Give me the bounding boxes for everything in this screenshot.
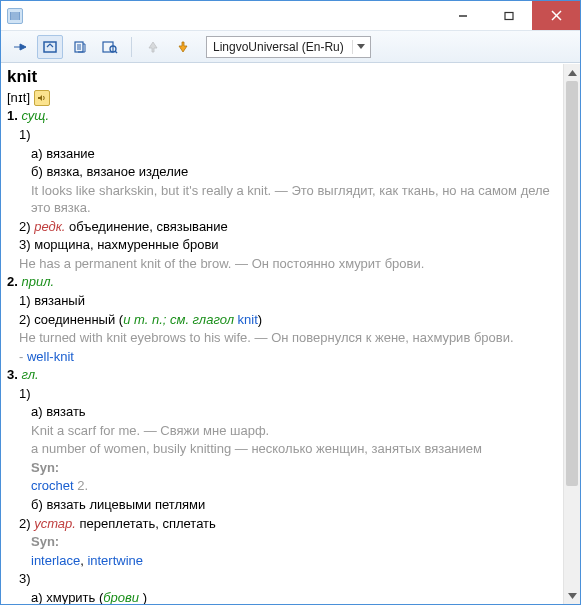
scroll-down-button[interactable] [564, 587, 580, 604]
pin-button[interactable] [7, 35, 33, 59]
sync-button[interactable] [37, 35, 63, 59]
dictionary-select-label: LingvoUniversal (En-Ru) [213, 40, 344, 54]
pronunciation-row: [nɪt] [7, 89, 557, 107]
pronunciation: [nɪt] [7, 89, 30, 107]
chevron-down-icon [352, 40, 366, 54]
scroll-track[interactable] [564, 81, 580, 587]
scroll-up-button[interactable] [564, 64, 580, 81]
dictionary-select[interactable]: LingvoUniversal (En-Ru) [206, 36, 371, 58]
content-area: knit [nɪt] 1. сущ. 1) а) вязание б) вязк… [1, 63, 580, 604]
maximize-button[interactable] [486, 1, 532, 30]
svg-rect-5 [505, 12, 513, 19]
svg-line-15 [115, 51, 117, 53]
dictionary-entry: knit [nɪt] 1. сущ. 1) а) вязание б) вязк… [1, 64, 563, 604]
scroll-thumb[interactable] [566, 81, 578, 486]
up-arrow-button[interactable] [140, 35, 166, 59]
toolbar: LingvoUniversal (En-Ru) [1, 31, 580, 63]
down-arrow-button[interactable] [170, 35, 196, 59]
titlebar [1, 1, 580, 31]
headword: knit [7, 66, 557, 89]
vertical-scrollbar[interactable] [563, 64, 580, 604]
minimize-button[interactable] [440, 1, 486, 30]
app-icon [7, 8, 23, 24]
app-window: LingvoUniversal (En-Ru) knit [nɪt] 1. су… [0, 0, 581, 605]
copy-button[interactable] [67, 35, 93, 59]
find-button[interactable] [97, 35, 123, 59]
toolbar-separator [131, 37, 132, 57]
speaker-icon[interactable] [34, 90, 50, 106]
close-button[interactable] [532, 1, 580, 30]
